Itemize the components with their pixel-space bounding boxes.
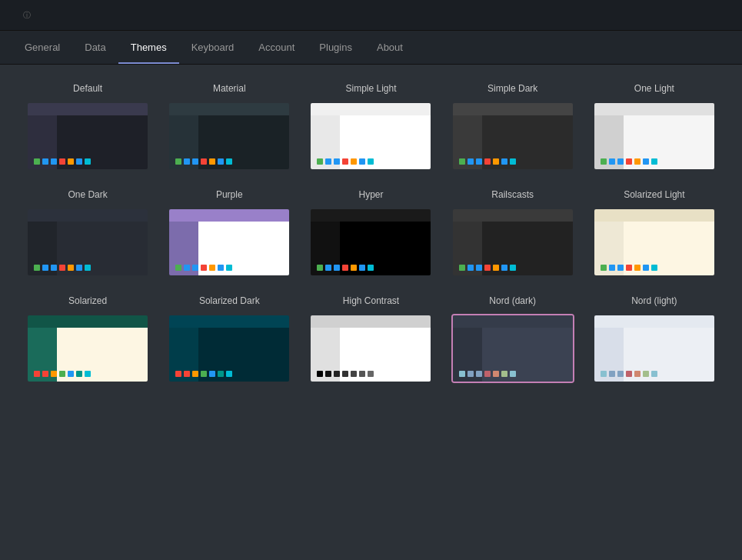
swatch [351,158,357,165]
swatch [601,371,607,377]
theme-label-one-light: One Light [634,83,674,94]
theme-label-high-contrast: High Contrast [343,295,399,306]
theme-item-railscasts[interactable]: Railscasts [450,189,576,277]
swatch [476,158,482,165]
swatch [325,265,331,271]
swatch [493,158,499,165]
tab-themes[interactable]: Themes [118,32,179,64]
theme-preview-solarized-light [593,208,716,277]
swatch [85,371,91,377]
theme-item-high-contrast[interactable]: High Contrast [308,295,434,383]
swatches-one-light [601,158,657,165]
swatch [175,371,181,377]
swatches-solarized-dark [175,371,232,377]
theme-preview-railscasts [451,208,574,277]
swatch [368,265,374,271]
swatch [226,371,232,377]
swatch [609,371,615,377]
theme-item-one-dark[interactable]: One Dark [25,189,151,277]
swatch [359,265,365,271]
theme-grid: DefaultMaterialSimple LightSimple DarkOn… [25,83,717,383]
swatch [484,265,491,271]
theme-item-material[interactable]: Material [166,83,292,171]
swatch [51,371,57,377]
swatch [651,371,657,377]
tab-keyboard[interactable]: Keyboard [179,32,247,64]
swatches-default [34,158,91,165]
swatch [467,371,474,377]
close-button[interactable] [720,12,733,18]
theme-item-hyper[interactable]: Hyper [308,189,434,277]
swatch [201,265,207,271]
theme-label-hyper: Hyper [358,189,383,200]
theme-item-default[interactable]: Default [25,83,151,171]
swatches-hyper [317,265,374,271]
swatch [175,265,181,271]
theme-preview-material [168,102,291,171]
theme-item-simple-light[interactable]: Simple Light [308,83,434,171]
swatches-solarized [34,371,91,377]
swatch [209,158,215,165]
swatch [651,158,657,165]
theme-item-solarized[interactable]: Solarized [25,295,151,383]
swatch [51,265,57,271]
theme-item-one-light[interactable]: One Light [591,83,717,171]
theme-preview-simple-light [309,102,432,171]
swatches-high-contrast [317,371,374,377]
swatch [342,265,348,271]
theme-label-one-dark: One Dark [68,189,107,200]
theme-item-nord-light[interactable]: Nord (light) [591,295,717,383]
swatch [42,265,48,271]
theme-item-purple[interactable]: Purple [166,189,292,277]
swatch [59,371,65,377]
swatch [359,158,365,165]
theme-label-default: Default [73,83,102,94]
swatch [184,265,190,271]
swatch [484,158,491,165]
theme-item-nord-dark[interactable]: Nord (dark) [450,295,576,383]
theme-preview-hyper [309,208,432,277]
tab-account[interactable]: Account [246,32,307,64]
swatch [617,158,624,165]
swatch [459,265,465,271]
swatch [218,371,224,377]
swatch [218,265,224,271]
swatch [467,265,474,271]
tab-plugins[interactable]: Plugins [307,32,364,64]
swatches-nord-light [601,371,657,377]
themes-content: DefaultMaterialSimple LightSimple DarkOn… [0,65,742,402]
theme-item-simple-dark[interactable]: Simple Dark [450,83,576,171]
swatches-simple-light [317,158,374,165]
swatch [467,158,474,165]
tab-general[interactable]: General [12,32,72,64]
swatch [617,371,624,377]
swatch [510,371,516,377]
swatch [351,371,357,377]
theme-label-nord-light: Nord (light) [631,295,677,306]
theme-item-solarized-light[interactable]: Solarized Light [591,189,717,277]
swatch [317,371,323,377]
swatch [192,265,198,271]
theme-label-solarized-light: Solarized Light [624,189,684,200]
title-bar: ⓘ [0,0,742,31]
tab-data[interactable]: Data [72,32,118,64]
swatch [68,158,74,165]
swatch [359,371,365,377]
swatches-material [175,158,232,165]
swatch [325,371,331,377]
swatch [34,158,40,165]
theme-label-simple-dark: Simple Dark [487,83,537,94]
theme-item-solarized-dark[interactable]: Solarized Dark [166,295,292,383]
tab-about[interactable]: About [364,32,415,64]
theme-preview-one-light [593,102,716,171]
theme-preview-purple [168,208,291,277]
swatch [643,158,649,165]
swatch [626,158,632,165]
swatch [184,158,190,165]
info-icon: ⓘ [23,10,31,21]
swatch [317,158,323,165]
swatch [643,265,649,271]
swatch [218,158,224,165]
swatch [184,371,190,377]
swatch [226,265,232,271]
